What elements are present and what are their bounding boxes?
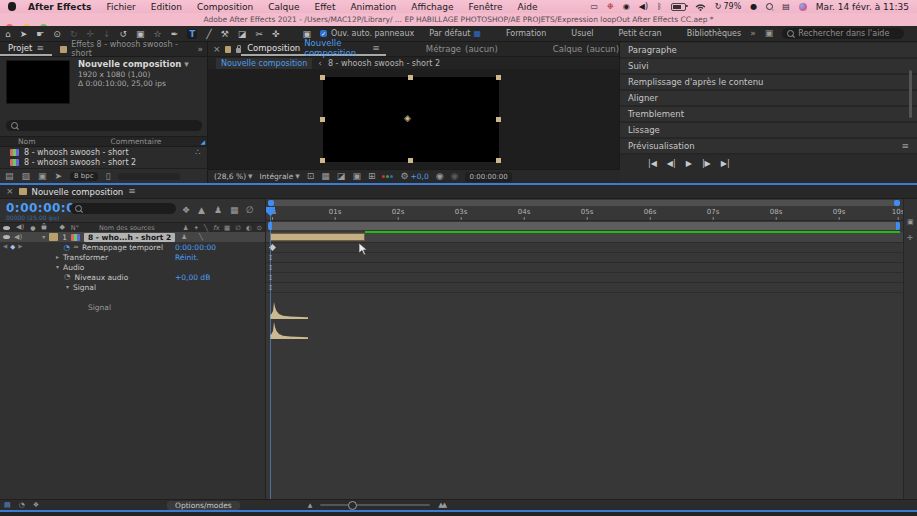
options-modes-button[interactable]: Options/modes [167,501,240,510]
draft-3d-icon[interactable]: ▲ [198,206,205,215]
frame-blending-icon[interactable]: ▦ [230,206,239,215]
column-number[interactable]: N° [71,224,79,232]
panel-menu-icon[interactable]: ≡ [36,44,44,53]
mini-flowchart-icon[interactable]: ❖ [182,206,190,215]
project-item-row[interactable]: 8 - whoosh swoosh - short 2 [0,157,207,167]
layer-video-icon[interactable] [3,235,10,239]
property-value[interactable]: +0,00 dB [175,273,210,282]
safe-zones-icon[interactable]: ⊡ [307,172,315,181]
layer-audio-icon[interactable]: ◀) [14,234,22,241]
more-workspaces-icon[interactable]: » [750,29,756,38]
panel-previsualisation[interactable]: Prévisualisation ≡ [620,139,917,155]
layer-duration-bar[interactable] [270,233,365,241]
control-center-icon[interactable]: ▤ [782,2,790,11]
creative-cloud-icon[interactable]: ❉ [607,2,614,11]
handle-bottom-center[interactable] [408,158,413,163]
new-folder-icon[interactable]: ▨ [22,172,31,181]
layer-name[interactable]: 8 - who...h - short 2 [84,233,175,242]
snapshot-camera-icon[interactable]: ◉ [436,172,444,181]
panel-toggle-icon[interactable]: ▣ [302,29,311,39]
apple-menu-icon[interactable] [8,2,16,11]
graph-icon[interactable]: ≈ [73,244,79,251]
panel-lissage[interactable]: Lissage [620,123,917,139]
first-frame-button[interactable]: |◀ [648,159,657,168]
pan-camera-tool-icon[interactable]: ✛ [86,29,94,39]
workspace-petit-ecran[interactable]: Petit écran [619,29,662,38]
menu-fenetre[interactable]: Fenêtre [469,2,503,12]
panel-menu-icon[interactable]: ≡ [901,142,909,151]
expander-icon[interactable]: ▸ [56,254,59,260]
comp-marker-bin-icon[interactable]: ▣ [907,219,914,226]
zoom-in-mountain-icon[interactable]: ▲▲ [438,502,445,509]
work-area-bar[interactable] [268,222,900,230]
property-label[interactable]: Audio [63,263,84,272]
tab-metrage[interactable]: Métrage (aucun) [426,44,498,54]
panel-tremblement[interactable]: Tremblement [620,107,917,123]
expand-transfer-pane-icon[interactable]: ❖ [33,502,39,509]
spotlight-icon[interactable] [766,3,773,10]
work-area-end-handle[interactable] [896,222,900,230]
rotation-tool-icon[interactable]: ↺ [120,29,128,39]
hand-tool-icon[interactable]: ☛ [36,29,44,39]
region-of-interest-icon[interactable]: ▣ [352,172,361,181]
next-frame-button[interactable]: |▶ [702,159,711,168]
menu-calque[interactable]: Calque [268,2,299,12]
channels-icon[interactable] [382,175,393,178]
workspace-bibliotheques[interactable]: Bibliothèques [687,29,742,38]
panel-aligner[interactable]: Aligner [620,91,917,107]
collapse-switch-icon[interactable]: ✦ [194,224,199,232]
pixel-aspect-icon[interactable]: ⊞ [368,172,376,181]
sidebar-scrollbar[interactable] [909,70,912,118]
pen-tool-icon[interactable]: ✒ [171,29,179,39]
siri-icon[interactable] [799,3,807,11]
close-panel-icon[interactable]: × [6,187,14,196]
tab-composition[interactable]: Composition Nouvelle composition ≡ [241,42,386,56]
close-panel-icon[interactable]: × [213,45,221,54]
stamp-tool-icon[interactable]: ⚒ [221,29,229,39]
layer-expander-icon[interactable]: ▾ [42,234,45,240]
zoom-select[interactable]: (28,6 %)▾ [214,172,253,181]
resolution-select[interactable]: Intégrale▾ [260,172,300,181]
transparency-grid-icon[interactable]: ▦ [321,172,330,181]
motion-blur-icon[interactable]: ∅ [246,206,254,215]
panel-paragraphe[interactable]: Paragraphe [620,43,917,59]
zoom-out-mountain-icon[interactable]: ▲ [308,502,313,508]
project-item-row[interactable]: 8 - whoosh swoosh - short ∴ [0,147,207,157]
prev-keyframe-icon[interactable]: ◀ [3,244,7,250]
expander-icon[interactable]: ▾ [56,264,59,270]
column-sources[interactable]: Nom des sources [99,224,155,232]
menubar-clock[interactable]: Mar. 14 févr. à 11:35 [816,2,909,12]
expander-icon[interactable]: ▾ [66,284,69,290]
shy-layers-icon[interactable]: ♟ [214,206,222,215]
puppet-tool-icon[interactable]: ✜ [272,29,280,39]
screen-mirroring-icon[interactable]: ▭ [590,2,598,11]
mask-visibility-icon[interactable]: ◪ [337,172,346,181]
viewer-viewport[interactable]: ◈ [208,69,619,169]
menu-aide[interactable]: Aide [518,2,538,12]
menu-animation[interactable]: Animation [350,2,396,12]
shape-tool-icon[interactable]: ☆ [154,29,162,39]
property-label[interactable]: Niveaux audio [75,273,129,282]
panel-menu-icon[interactable]: ≡ [128,187,136,196]
handle-top-left[interactable] [320,75,325,80]
viewer-tab-inactive[interactable]: 8 - whoosh swoosh - short 2 [328,59,440,68]
home-icon[interactable]: ⌂ [5,29,11,39]
keyframe-nav-icon[interactable]: ◆ [10,243,15,251]
panel-menu-icon[interactable]: ≡ [372,44,380,53]
tab-effets[interactable]: Effets 8 - whoosh swoosh - short [52,40,198,58]
timeline-navigator[interactable] [268,200,900,206]
property-label[interactable]: Transformer [63,253,108,262]
interpret-footage-icon[interactable]: ▤ [5,172,14,181]
render-engine-icon[interactable]: ➤ [55,172,63,181]
property-label[interactable]: Remappage temporel [82,243,163,252]
tab-calque[interactable]: Calque (aucun) [553,44,619,54]
column-nom[interactable]: Nom [18,137,36,146]
current-time-indicator-line[interactable] [270,207,271,507]
quality-switch-icon[interactable]: ╲ [204,224,208,232]
property-group-signal[interactable]: ▾ Signal [0,282,265,292]
play-button[interactable]: ▶ [686,159,692,168]
anchor-point-icon[interactable]: ◈ [404,113,411,123]
menu-edition[interactable]: Edition [151,2,182,12]
text-tool-icon[interactable]: T [187,29,197,39]
next-keyframe-icon[interactable]: ▶ [18,244,22,250]
